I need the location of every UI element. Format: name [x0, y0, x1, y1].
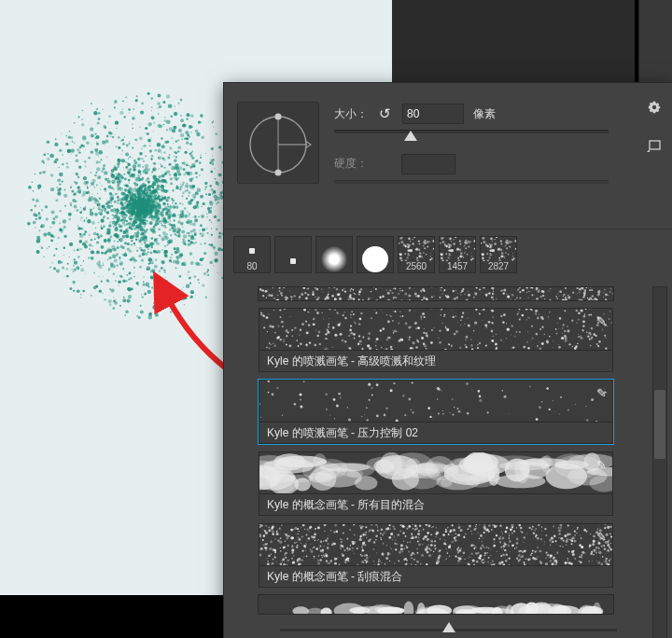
svg-point-3243: [359, 340, 362, 342]
svg-point-2636: [429, 241, 431, 243]
svg-point-4365: [512, 545, 513, 546]
svg-point-3233: [602, 329, 604, 331]
svg-point-3928: [346, 548, 348, 549]
svg-point-4027: [556, 552, 558, 554]
svg-point-112: [179, 202, 181, 204]
svg-point-1648: [132, 218, 133, 220]
brush-item-partial[interactable]: [258, 594, 614, 615]
svg-point-2392: [218, 232, 221, 235]
svg-point-3370: [362, 347, 363, 348]
svg-point-2857: [383, 289, 384, 290]
recent-brush-thumb[interactable]: 2560: [398, 236, 435, 273]
thumbnail-size-thumb[interactable]: [442, 622, 455, 632]
svg-point-331: [134, 161, 138, 165]
svg-point-1742: [173, 229, 176, 232]
size-slider-thumb[interactable]: [404, 131, 417, 141]
svg-point-4248: [592, 561, 593, 562]
svg-point-3176: [468, 291, 469, 292]
svg-point-4336: [482, 541, 483, 542]
svg-point-759: [184, 215, 188, 218]
gear-icon[interactable]: [647, 100, 662, 118]
svg-point-1618: [106, 279, 109, 282]
hardness-input[interactable]: [401, 154, 455, 174]
svg-point-3421: [512, 346, 514, 348]
svg-point-4664: [391, 548, 392, 549]
svg-point-2491: [149, 221, 153, 225]
svg-point-2406: [166, 233, 168, 235]
svg-point-351: [95, 253, 96, 254]
svg-point-2766: [490, 254, 493, 257]
svg-point-4663: [521, 532, 523, 534]
svg-point-3083: [441, 287, 442, 288]
recent-brush-thumb[interactable]: 2827: [480, 236, 517, 273]
brush-angle-preview[interactable]: [237, 102, 319, 184]
svg-point-2283: [128, 108, 131, 111]
brush-item[interactable]: ✎Kyle 的概念画笔 - 所有目的混合: [258, 451, 614, 517]
svg-point-776: [209, 185, 212, 187]
svg-point-1338: [185, 184, 189, 187]
svg-point-794: [96, 184, 98, 186]
svg-point-3422: [376, 338, 379, 340]
brush-item[interactable]: ✎Kyle 的喷溅画笔 - 高级喷溅和纹理: [258, 307, 614, 373]
svg-point-2595: [126, 195, 128, 197]
svg-point-3818: [340, 548, 341, 548]
svg-point-990: [139, 126, 141, 128]
svg-point-2879: [379, 297, 381, 298]
svg-point-3592: [260, 314, 262, 316]
svg-point-760: [113, 297, 114, 298]
svg-point-1001: [175, 268, 177, 270]
svg-point-100: [170, 183, 173, 186]
svg-point-700: [145, 244, 149, 249]
svg-point-2252: [186, 118, 188, 119]
svg-point-2112: [143, 284, 146, 286]
brush-list-scrollbar[interactable]: [652, 286, 667, 638]
svg-point-3587: [367, 344, 370, 347]
new-preset-icon[interactable]: [647, 139, 662, 155]
svg-point-553: [129, 143, 131, 145]
svg-point-4515: [291, 548, 294, 551]
svg-point-3509: [328, 326, 329, 328]
svg-point-1205: [161, 145, 165, 148]
recent-brush-thumb[interactable]: [357, 236, 394, 273]
brush-item[interactable]: ✎Kyle 的喷溅画笔 - 压力控制 02: [258, 379, 614, 445]
scrollbar-thumb[interactable]: [654, 390, 665, 459]
svg-point-3839: [324, 524, 327, 526]
svg-point-2971: [392, 292, 394, 294]
svg-point-4310: [428, 544, 429, 545]
recent-brush-thumb[interactable]: 1457: [439, 236, 476, 273]
brush-item[interactable]: ✎Kyle 的概念画笔 - 刮痕混合: [258, 522, 614, 589]
svg-point-829: [63, 154, 64, 156]
svg-point-3336: [567, 329, 569, 332]
svg-point-2922: [559, 296, 560, 297]
svg-point-2383: [183, 173, 186, 176]
svg-point-4296: [545, 562, 548, 565]
svg-point-705: [72, 281, 76, 284]
brush-size-label: 2560: [406, 261, 427, 271]
svg-point-4414: [404, 524, 405, 525]
svg-point-3247: [461, 316, 463, 318]
recent-brush-thumb[interactable]: [315, 236, 353, 273]
size-input[interactable]: [402, 104, 464, 124]
svg-point-134: [43, 233, 47, 237]
svg-point-2545: [150, 137, 152, 139]
brush-item-partial[interactable]: [258, 286, 614, 301]
svg-point-4133: [552, 562, 554, 565]
svg-point-2175: [153, 250, 157, 254]
svg-point-4613: [432, 526, 433, 527]
reset-size-button[interactable]: ↺: [377, 105, 393, 122]
svg-point-3071: [511, 294, 511, 295]
svg-point-2840: [360, 288, 363, 291]
recent-brush-thumb[interactable]: [274, 236, 312, 273]
svg-point-4650: [449, 531, 451, 533]
svg-point-2793: [493, 299, 495, 301]
recent-brush-thumb[interactable]: 80: [233, 236, 271, 273]
svg-point-2461: [161, 188, 164, 192]
svg-point-1253: [136, 315, 138, 317]
svg-point-3912: [529, 563, 530, 564]
svg-point-2280: [139, 178, 142, 181]
svg-point-4173: [572, 553, 575, 556]
svg-point-3522: [527, 331, 528, 332]
svg-point-3863: [448, 547, 449, 548]
size-slider-track[interactable]: [334, 130, 609, 133]
svg-point-4118: [580, 535, 581, 536]
